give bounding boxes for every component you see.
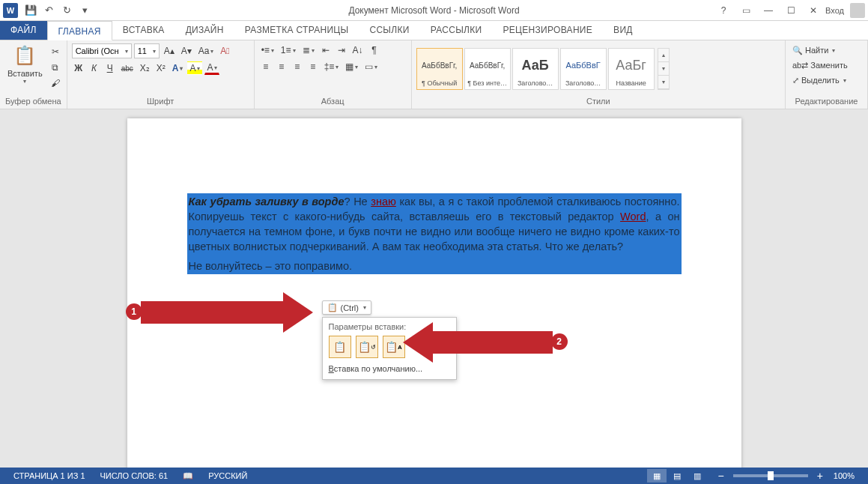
highlight-icon[interactable]: A▾ (187, 61, 202, 75)
clear-format-icon[interactable]: A⃠ (218, 44, 231, 58)
select-button[interactable]: ⤢Выделить▾ (790, 73, 849, 87)
maximize-icon[interactable]: ☐ (780, 3, 801, 18)
multilevel-icon[interactable]: ≣▾ (300, 43, 317, 57)
undo-icon[interactable]: ↶ (42, 4, 55, 17)
para1-bold: Как убрать заливку в ворде (189, 196, 345, 208)
style-item-2[interactable]: АаБЗаголово… (512, 48, 559, 90)
minimize-icon[interactable]: — (758, 3, 779, 18)
tab-insert[interactable]: ВСТАВКА (112, 20, 175, 40)
link-word[interactable]: Word (620, 211, 646, 223)
justify-icon[interactable]: ≡ (306, 60, 320, 73)
help-icon[interactable]: ? (713, 3, 734, 18)
superscript-button[interactable]: X² (154, 61, 168, 75)
ribbon: 📋 Вставить ▾ ✂ ⧉ 🖌 Буфер обмена Calibri … (0, 40, 868, 109)
styles-scroll[interactable]: ▴ ▾ ▾ (658, 48, 670, 90)
paste-text-only-icon[interactable]: 📋A (383, 336, 405, 358)
styles-scroll-up[interactable]: ▴ (658, 49, 669, 62)
paste-options-pill[interactable]: 📋 (Ctrl) ▾ (322, 300, 371, 315)
view-read-mode-icon[interactable]: ▤ (667, 469, 687, 483)
status-page[interactable]: СТРАНИЦА 1 ИЗ 1 (6, 471, 93, 480)
style-item-4[interactable]: АаБгНазвание (608, 48, 655, 90)
status-word-count[interactable]: ЧИСЛО СЛОВ: 61 (93, 471, 176, 480)
font-color-icon[interactable]: A▾ (204, 61, 219, 75)
group-label-clipboard: Буфер обмена (4, 96, 62, 108)
status-language[interactable]: РУССКИЙ (201, 471, 255, 480)
grow-font-icon[interactable]: A▴ (162, 44, 177, 58)
underline-button[interactable]: Ч (103, 61, 117, 75)
shading-icon[interactable]: ▦▾ (343, 60, 360, 73)
paste-keep-source-icon[interactable]: 📋 (329, 336, 351, 358)
text-effects-icon[interactable]: A▾ (170, 61, 186, 75)
copy-icon[interactable]: ⧉ (49, 61, 62, 74)
user-avatar[interactable] (850, 3, 865, 18)
zoom-in-button[interactable]: + (814, 470, 826, 482)
login-link[interactable]: Вход (825, 6, 844, 15)
tab-design[interactable]: ДИЗАЙН (175, 20, 234, 40)
zoom-level[interactable]: 100% (826, 471, 862, 480)
tab-mailings[interactable]: РАССЫЛКИ (420, 20, 493, 40)
tab-file[interactable]: ФАЙЛ (0, 20, 47, 40)
format-painter-icon[interactable]: 🖌 (49, 76, 62, 90)
close-icon[interactable]: ✕ (803, 3, 824, 18)
bullets-icon[interactable]: •≡▾ (259, 43, 276, 57)
tab-review[interactable]: РЕЦЕНЗИРОВАНИЕ (492, 20, 603, 40)
style-item-3[interactable]: АаБбВвГЗаголово… (560, 48, 607, 90)
find-button[interactable]: 🔍Найти▾ (790, 43, 837, 57)
link-znayu[interactable]: знаю (371, 196, 396, 208)
paste-pill-label: (Ctrl) (341, 303, 359, 312)
align-right-icon[interactable]: ≡ (291, 60, 304, 73)
title-bar: W 💾 ↶ ↻ ▾ Документ Microsoft Word - Micr… (0, 0, 868, 21)
replace-icon: ab⇄ (792, 61, 808, 70)
paste-button[interactable]: 📋 Вставить ▾ (4, 42, 46, 86)
line-spacing-icon[interactable]: ‡≡▾ (322, 60, 342, 73)
increase-indent-icon[interactable]: ⇥ (335, 43, 348, 57)
ribbon-display-icon[interactable]: ▭ (735, 3, 756, 18)
bold-button[interactable]: Ж (72, 61, 85, 75)
align-left-icon[interactable]: ≡ (259, 60, 273, 73)
show-marks-icon[interactable]: ¶ (368, 43, 381, 57)
numbering-icon[interactable]: 1≡▾ (279, 43, 298, 57)
group-label-font: Шрифт (72, 96, 249, 108)
paste-default-link[interactable]: ВВставка по умолчанию...ставка по умолча… (329, 364, 450, 373)
font-name-combo[interactable]: Calibri (Осн▾ (72, 43, 132, 58)
view-print-layout-icon[interactable]: ▦ (647, 469, 667, 483)
styles-expand[interactable]: ▾ (658, 76, 669, 89)
zoom-slider[interactable] (733, 474, 808, 477)
tab-home[interactable]: ГЛАВНАЯ (47, 21, 112, 40)
view-web-layout-icon[interactable]: ▥ (688, 469, 707, 483)
ribbon-tabs: ФАЙЛ ГЛАВНАЯ ВСТАВКА ДИЗАЙН РАЗМЕТКА СТР… (0, 21, 868, 40)
view-buttons: ▦ ▤ ▥ (647, 469, 707, 483)
decrease-indent-icon[interactable]: ⇤ (319, 43, 333, 57)
subscript-button[interactable]: X₂ (138, 61, 152, 75)
style-item-0[interactable]: АаБбВвГг,¶ Обычный (416, 48, 463, 90)
strike-button[interactable]: abc (119, 61, 136, 75)
zoom-thumb[interactable] (768, 471, 774, 480)
styles-scroll-down[interactable]: ▾ (658, 62, 669, 76)
zoom-out-button[interactable]: − (714, 470, 726, 482)
selected-text-block[interactable]: Как убрать заливку в ворде? Не знаю как … (187, 193, 682, 274)
borders-icon[interactable]: ▭▾ (362, 60, 380, 73)
change-case-icon[interactable]: Aa▾ (196, 44, 216, 58)
font-size-combo[interactable]: 11▾ (134, 43, 160, 58)
status-proofing-icon[interactable]: 📖 (175, 471, 201, 481)
paste-merge-icon[interactable]: 📋↺ (356, 336, 378, 358)
shrink-font-icon[interactable]: A▾ (179, 44, 194, 58)
redo-icon[interactable]: ↻ (60, 4, 73, 17)
quick-access-toolbar: 💾 ↶ ↻ ▾ (21, 4, 91, 17)
sort-icon[interactable]: A↓ (350, 43, 365, 57)
italic-button[interactable]: К (88, 61, 101, 75)
tab-references[interactable]: ССЫЛКИ (359, 20, 419, 40)
replace-button[interactable]: ab⇄Заменить (790, 58, 850, 72)
align-center-icon[interactable]: ≡ (275, 60, 288, 73)
style-item-1[interactable]: АаБбВвГг,¶ Без инте… (464, 48, 511, 90)
page[interactable]: Как убрать заливку в ворде? Не знаю как … (127, 118, 741, 468)
group-label-paragraph: Абзац (259, 96, 407, 108)
save-icon[interactable]: 💾 (24, 4, 37, 17)
qat-customize-icon[interactable]: ▾ (78, 4, 91, 17)
tab-view[interactable]: ВИД (603, 20, 643, 40)
group-label-styles: Стили (416, 96, 780, 108)
group-styles: АаБбВвГг,¶ ОбычныйАаБбВвГг,¶ Без инте…Аа… (412, 40, 786, 109)
cut-icon[interactable]: ✂ (49, 45, 62, 58)
tab-layout[interactable]: РАЗМЕТКА СТРАНИЦЫ (234, 20, 359, 40)
clipboard-icon: 📋 (13, 43, 37, 67)
